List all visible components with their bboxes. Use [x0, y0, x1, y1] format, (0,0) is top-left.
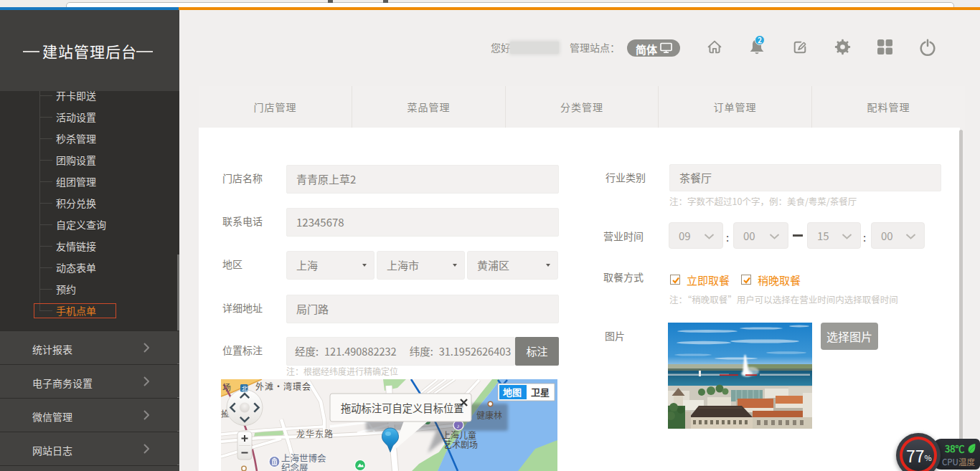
svg-text:龙华东路: 龙华东路	[296, 427, 334, 439]
svg-text:地图: 地图	[503, 385, 522, 399]
svg-text:北: 北	[242, 384, 248, 392]
svg-text:纪念展: 纪念展	[281, 460, 308, 471]
svg-text:艺术剧场: 艺术剧场	[443, 438, 478, 450]
svg-text:♪: ♪	[457, 422, 460, 429]
svg-text:拖动标注可自定义目标位置: 拖动标注可自定义目标位置	[341, 400, 464, 415]
svg-text:场: 场	[222, 381, 231, 393]
svg-text:外滩・湾環会: 外滩・湾環会	[255, 380, 311, 392]
svg-text:健康林: 健康林	[476, 409, 502, 421]
svg-text:卫星: 卫星	[531, 385, 550, 399]
